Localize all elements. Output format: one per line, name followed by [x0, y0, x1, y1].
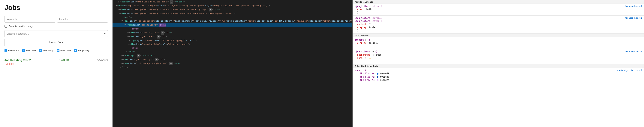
filter-internship-checkbox[interactable]	[39, 49, 42, 52]
devtools-line-div-entry[interactable]: ▼ <div class="has-global-padding is-layo…	[112, 12, 352, 16]
expand-joblisting[interactable]: ▼	[122, 19, 123, 23]
inherited-header: Inherited from body	[353, 64, 644, 68]
css-selector-jobfilters: .job_filters :: { frontend.css:1	[355, 50, 642, 53]
expand-noscript[interactable]: ▶	[122, 54, 123, 57]
css-rule-close-jobfilters: }	[357, 60, 642, 63]
filter-parttime-checkbox[interactable]	[57, 49, 60, 52]
css-job-filters-before-after: .job_filters::before, frontend.css:1 .jo…	[353, 16, 644, 34]
devtools-line-div-showingjobs[interactable]: ▼ <div class="showing_jobs" style="displ…	[112, 43, 352, 46]
filter-freelance-label: Freelance	[8, 49, 19, 52]
expand-div-global-1[interactable]: ▶	[118, 8, 120, 11]
css-selector-2b: .job_filters::after {	[355, 20, 642, 22]
devtools-line-div-global-1[interactable]: ▶ <div class="has-global-padding is-layo…	[112, 8, 352, 12]
css-job-filters-rule: .job_filters :: { frontend.css:1 backgro…	[353, 49, 644, 64]
css-job-filters-after: .job_filters::after { frontend.css:1 cle…	[353, 4, 644, 16]
color-swatch-gray20[interactable]	[377, 79, 378, 81]
page-title: Jobs	[4, 4, 108, 12]
pseudo-elements-header: Pseudo-elements	[353, 0, 644, 4]
color-swatch-eee[interactable]	[373, 54, 374, 56]
search-jobs-button[interactable]: Search Jobs	[4, 39, 108, 46]
devtools-line-form-jobfilters[interactable]: ▼ <form class="job_filters" > event	[112, 23, 352, 27]
devtools-line-main[interactable]: ▼ <main id="wp--skip-link--target" class…	[112, 4, 352, 8]
css-rule-close-1: }	[357, 11, 642, 14]
css-rule-background: background: #eee;	[357, 53, 642, 57]
devtools-line-noscript[interactable]: ▶ <noscript > ☰ </noscript>	[112, 54, 352, 58]
category-select[interactable]: Choose a category...	[4, 30, 108, 37]
expand-jobtypes[interactable]: ▶	[128, 35, 129, 38]
css-rule-fbc-blue-60: --fbc-blue-60: #0060df;	[357, 72, 642, 75]
warning-icon: ⚠	[369, 57, 370, 59]
job-type-row-1: Full Time	[4, 62, 108, 65]
filter-parttime: Part Time	[57, 49, 71, 52]
location-input[interactable]	[57, 16, 108, 23]
css-rule-content: content: "";	[357, 23, 642, 26]
expand-showingjobs[interactable]: ▼	[128, 43, 129, 46]
filter-fulltime: Full Time	[22, 49, 36, 52]
devtools-line-input-hidden[interactable]: ▶ <input type="hidden" name="filter_job_…	[112, 39, 352, 43]
job-status-1: Applied	[58, 58, 69, 61]
css-rule-fbc-blue-70: --fbc-blue-70: #003eaa;	[357, 75, 642, 79]
css-rule-fbc-gray-20: --fbc-gray-20: #edcdfb;	[357, 79, 642, 82]
filter-temporary-label: Temporary	[78, 49, 89, 52]
expand-jobfilters[interactable]: ▼	[124, 23, 126, 27]
filter-temporary-checkbox[interactable]	[74, 49, 77, 52]
css-inspector-panel: Pseudo-elements .job_filters::after { fr…	[352, 0, 644, 127]
css-selector-element: element :: {	[355, 39, 642, 41]
filter-temporary: Temporary	[74, 49, 89, 52]
devtools-html-panel: ▶ <header class="wp-block-template-part"…	[112, 0, 352, 127]
css-selector-1: .job_filters::after { frontend.css:1	[355, 5, 642, 8]
filter-internship: Internship	[39, 49, 54, 52]
css-body-rule: body :: { content_script.css:1 --fbc-blu…	[353, 68, 644, 86]
devtools-line-close-form[interactable]: ▶ </form>	[112, 50, 352, 54]
color-swatch-blue70[interactable]	[377, 76, 378, 78]
devtools-line-before[interactable]: ▶ ::before	[112, 27, 352, 31]
remote-label: Remote positions only	[9, 25, 33, 28]
filter-freelance-checkbox[interactable]	[4, 49, 7, 52]
job-location-1: Anywhere	[97, 58, 108, 61]
devtools-line-close-div[interactable]: ▶ </div>	[112, 66, 352, 69]
jobs-sidebar: Jobs Remote positions only Choose a cate…	[0, 0, 112, 127]
devtools-line-ul-joblistings[interactable]: ▶ <ul class="job_listings" > ☰ </ul>	[112, 58, 352, 62]
job-listing-1: Job Relisting Test 2 Applied Anywhere Fu…	[4, 56, 108, 65]
filter-internship-label: Internship	[43, 49, 54, 52]
filter-freelance: Freelance	[4, 49, 19, 52]
css-selector-body: body :: { content_script.css:1	[355, 69, 642, 72]
devtools-line-div-searchjobs[interactable]: ▶ <div class="search_jobs" > ☰ </div>	[112, 31, 352, 35]
devtools-line-nav-pagination[interactable]: ▶ <nav class="job-manager-pagination" > …	[112, 62, 352, 66]
css-element-inline: element :: { display: inline; }	[353, 37, 644, 49]
expand-header[interactable]: ▶	[118, 0, 120, 4]
search-btn-row: Search Jobs	[4, 39, 108, 46]
css-rule-clear: clear: both;	[357, 8, 642, 11]
job-title-1[interactable]: Job Relisting Test 2	[4, 58, 31, 62]
expand-div-entry[interactable]: ▼	[118, 12, 120, 15]
expand-searchjobs[interactable]: ▶	[128, 31, 129, 34]
devtools-line-after[interactable]: ▶ ::after	[112, 46, 352, 50]
remote-checkbox[interactable]	[4, 25, 7, 28]
filter-checkboxes: Freelance Full Time Internship Part Time…	[4, 49, 108, 52]
devtools-line-ul-jobtypes[interactable]: ▶ <ul class="job_types" > ☰ </ul>	[112, 35, 352, 39]
devtools-line-div-joblisting[interactable]: ▼ <div class="job_listings" data-locatio…	[112, 19, 352, 23]
expand-main[interactable]: ▼	[116, 4, 117, 8]
css-rule-close-element: }	[357, 45, 642, 48]
search-row	[4, 16, 108, 23]
css-rule-zoom: zoom: 1; ⚠	[357, 57, 642, 60]
job-row-1: Job Relisting Test 2 Applied Anywhere	[4, 58, 108, 62]
category-row: Choose a category...	[4, 30, 108, 37]
devtools-line-header[interactable]: ▶ <header class="wp-block-template-part"…	[112, 0, 352, 4]
css-rule-close-2: }	[357, 29, 642, 32]
color-swatch-blue60[interactable]	[377, 73, 378, 75]
remote-row: Remote positions only	[4, 25, 108, 28]
filter-fulltime-checkbox[interactable]	[22, 49, 25, 52]
css-rule-close-body: }	[357, 82, 642, 85]
css-rule-display-inline: display: inline;	[357, 42, 642, 45]
keywords-input[interactable]	[4, 16, 55, 23]
filter-parttime-label: Part Time	[60, 49, 71, 52]
filter-fulltime-label: Full Time	[26, 49, 36, 52]
expand-joblistings[interactable]: ▶	[122, 58, 123, 61]
this-element-header: This Element	[353, 34, 644, 37]
css-selector-2: .job_filters::before, frontend.css:1	[355, 17, 642, 19]
expand-pagination[interactable]: ▶	[122, 62, 123, 65]
css-rule-display-table: display: table;	[357, 26, 642, 29]
job-type-1: Full Time	[4, 63, 14, 65]
devtools-line-p[interactable]: ▶ <p ></p>	[112, 16, 352, 19]
